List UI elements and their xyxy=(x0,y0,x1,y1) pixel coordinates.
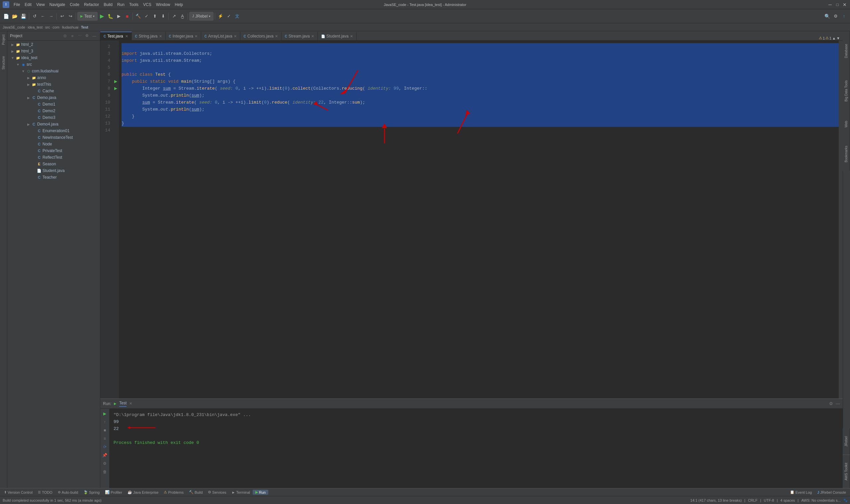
bottom-btn-jenterprise[interactable]: ☕ Java Enterprise xyxy=(125,490,161,495)
tab-student-close[interactable]: ✕ xyxy=(350,34,353,38)
menu-code[interactable]: Code xyxy=(67,2,82,7)
toolbar-search[interactable]: 🔍 xyxy=(823,12,831,21)
bottom-btn-problems[interactable]: ⚠ Problems xyxy=(161,490,186,495)
close-btn[interactable]: ✕ xyxy=(842,2,847,7)
toolbar-run-coverage[interactable]: ▶ xyxy=(115,12,123,21)
tree-item-demo2[interactable]: C Demo2 xyxy=(7,108,100,114)
menu-build[interactable]: Build xyxy=(101,2,115,7)
tab-string-java[interactable]: C String.java ✕ xyxy=(132,32,166,40)
project-btn-minimize[interactable]: — xyxy=(91,33,97,39)
code-content[interactable]: import java.util.stream.Collectors; impo… xyxy=(119,40,839,398)
code-editor[interactable]: 2 3 4 5 6 7 8 9 10 11 12 13 14 xyxy=(100,40,843,398)
tree-item-enum01[interactable]: C Enumeration01 xyxy=(7,127,100,134)
toolbar-build[interactable]: 🔨 xyxy=(134,12,142,21)
run-settings-btn[interactable]: ⚙ xyxy=(829,401,833,406)
toolbar-save-all[interactable]: 💾 xyxy=(19,12,28,21)
toolbar-vcs1[interactable]: ⬆ xyxy=(151,12,159,21)
toolbar-vcs2[interactable]: ⬇ xyxy=(159,12,167,21)
tree-item-src[interactable]: ▼ ◉ src xyxy=(7,61,100,68)
toolbar-new-file[interactable]: 📄 xyxy=(2,12,10,21)
tab-stream-close[interactable]: ✕ xyxy=(311,34,314,38)
breadcrumb-item-src[interactable]: src xyxy=(45,25,50,29)
status-indent[interactable]: 4 spaces xyxy=(780,498,795,502)
toolbar-undo[interactable]: ↩ xyxy=(58,12,66,21)
status-position[interactable]: 14:1 (417 chars, 13 line breaks) xyxy=(690,498,742,502)
bottom-btn-build[interactable]: 🔨 Build xyxy=(186,490,205,495)
menu-vcs[interactable]: VCS xyxy=(141,2,154,7)
tab-arraylist-java[interactable]: C ArrayList.java ✕ xyxy=(201,32,240,40)
menu-file[interactable]: File xyxy=(11,2,22,7)
toolbar-back[interactable]: ← xyxy=(39,12,47,21)
minimize-btn[interactable]: ─ xyxy=(828,2,833,7)
tab-collectors-close[interactable]: ✕ xyxy=(275,34,278,38)
toolbar-checkmark[interactable]: ✓ xyxy=(225,12,233,21)
bottom-btn-profiler[interactable]: 📊 Profiler xyxy=(102,490,125,495)
toolbar-git[interactable]: ↗ xyxy=(170,12,178,21)
bigdata-panel-icon[interactable]: Big Data Tools xyxy=(843,71,850,111)
breadcrumb-item-liudashuai[interactable]: liudashuai xyxy=(62,25,79,29)
tree-item-html3[interactable]: ▶ 📁 html_3 xyxy=(7,48,100,54)
run-btn-trash[interactable]: 🗑 xyxy=(101,468,109,475)
structure-panel-icon[interactable]: Structure xyxy=(1,54,6,72)
toolbar-translate2[interactable]: 文 xyxy=(233,12,241,21)
run-btn-up[interactable]: ↑ xyxy=(101,418,109,426)
menu-run[interactable]: Run xyxy=(115,2,127,7)
tab-test-java[interactable]: C Test.java ✕ xyxy=(100,32,132,40)
menu-tools[interactable]: Tools xyxy=(127,2,141,7)
toolbar-sync[interactable]: ↺ xyxy=(31,12,38,21)
toolbar-redo[interactable]: ↪ xyxy=(67,12,74,21)
maximize-btn[interactable]: □ xyxy=(835,2,840,7)
jrebel-side-icon[interactable]: JRebel xyxy=(843,428,850,455)
tree-item-demo[interactable]: ▶ C Demo.java xyxy=(7,94,100,101)
breadcrumb-item-project[interactable]: JavaSE_code xyxy=(3,25,25,29)
toolbar-run[interactable]: ▶ xyxy=(98,12,106,21)
toolbar-power[interactable]: ⚡ xyxy=(216,12,224,21)
tree-item-idea-test[interactable]: ▼ 📁 idea_test xyxy=(7,54,100,61)
project-btn-collapse[interactable]: ≡ xyxy=(69,33,75,39)
bookmarks-panel-icon[interactable]: Bookmarks xyxy=(843,138,850,170)
bottom-btn-spring[interactable]: 🍃 Spring xyxy=(81,490,102,495)
tab-string-close[interactable]: ✕ xyxy=(159,34,162,38)
run-config-dropdown[interactable]: ▶ Test ▾ xyxy=(77,12,97,21)
tree-item-package[interactable]: ▼ ⬡ com.liudashuai xyxy=(7,68,100,74)
run-btn-settings2[interactable]: ⚙ xyxy=(101,460,109,467)
menu-view[interactable]: View xyxy=(34,2,47,7)
tab-integer-java[interactable]: C Integer.java ✕ xyxy=(166,32,201,40)
tab-integer-close[interactable]: ✕ xyxy=(195,34,198,38)
menu-window[interactable]: Window xyxy=(154,2,173,7)
toolbar-stop[interactable]: ■ xyxy=(123,12,131,21)
tree-item-anno[interactable]: ▶ 📁 anno xyxy=(7,74,100,81)
menu-refactor[interactable]: Refactor xyxy=(82,2,101,7)
run-close-btn[interactable]: — xyxy=(836,401,840,406)
bottom-btn-services[interactable]: ⚙ Services xyxy=(205,490,229,495)
scroll-up[interactable]: ▲ xyxy=(832,36,836,40)
run-btn-rerun[interactable]: ▶ xyxy=(101,410,109,417)
bottom-btn-version-control[interactable]: ⬆ Version Control xyxy=(1,490,35,495)
project-btn-locate[interactable]: ◎ xyxy=(62,33,68,39)
tree-item-demo3[interactable]: C Demo3 xyxy=(7,114,100,121)
status-charset[interactable]: UTF-8 xyxy=(764,498,774,502)
tab-test-close[interactable]: ✕ xyxy=(125,34,128,38)
toolbar-forward[interactable]: → xyxy=(47,12,55,21)
run-tab-close[interactable]: ✕ xyxy=(129,401,132,406)
tab-collectors-java[interactable]: C Collectors.java ✕ xyxy=(240,32,282,40)
tree-item-privatetest[interactable]: C PrivateTest xyxy=(7,147,100,154)
tree-item-student[interactable]: 📄 Student.java xyxy=(7,167,100,174)
tab-arraylist-close[interactable]: ✕ xyxy=(234,34,237,38)
bottom-btn-run[interactable]: ▶ Run xyxy=(253,490,268,495)
tree-item-newinstance[interactable]: C NewInstanceTest xyxy=(7,134,100,141)
awstoolkit-side-icon[interactable]: AWS Toolkit xyxy=(843,455,850,488)
run-btn-wrap[interactable]: ⟳ xyxy=(101,443,109,451)
project-panel-icon[interactable]: Project xyxy=(1,33,6,47)
jrebel-btn[interactable]: J JRebel ▾ xyxy=(189,12,214,21)
tab-stream-java[interactable]: C Stream.java ✕ xyxy=(282,32,318,40)
toolbar-update[interactable]: ↑ xyxy=(840,12,848,21)
tab-student-java[interactable]: 📄 Student.java ✕ xyxy=(318,32,357,40)
project-btn-settings[interactable]: ⚙ xyxy=(84,33,90,39)
database-panel-icon[interactable]: Database xyxy=(843,31,850,71)
run-btn-pin[interactable]: 📌 xyxy=(101,452,109,459)
tree-item-html2[interactable]: ▶ 📁 html_2 xyxy=(7,41,100,48)
run-btn-stop[interactable]: ■ xyxy=(101,427,109,434)
menu-help[interactable]: Help xyxy=(172,2,185,7)
toolbar-check[interactable]: ✓ xyxy=(142,12,150,21)
